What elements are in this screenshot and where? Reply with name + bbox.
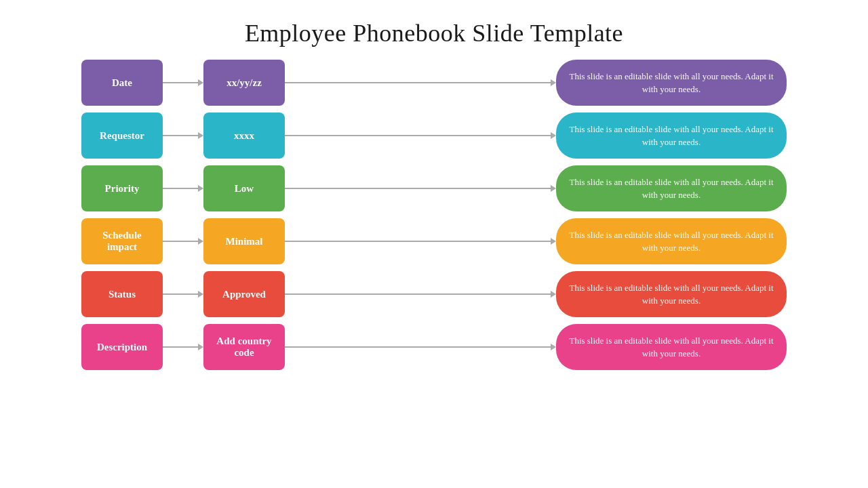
value-priority: Low	[203, 165, 285, 211]
description-requestor: This slide is an editable slide with all…	[556, 113, 787, 159]
value-status: Approved	[203, 271, 285, 317]
connector-line	[163, 135, 198, 136]
long-connector-line	[285, 293, 551, 295]
row-status: StatusApprovedThis slide is an editable …	[81, 271, 787, 317]
connector2-status	[285, 291, 556, 298]
row-schedule-impact: Schedule impactMinimalThis slide is an e…	[81, 218, 787, 264]
connector-line	[163, 188, 198, 189]
connector2-description	[285, 344, 556, 350]
connector-arrow	[198, 238, 203, 245]
row-date: Datexx/yy/zzThis slide is an editable sl…	[81, 60, 787, 106]
connector1-date	[163, 79, 203, 86]
connector-line	[163, 293, 198, 295]
row-description: DescriptionAdd country codeThis slide is…	[81, 324, 787, 370]
connector-arrow	[198, 185, 203, 192]
long-connector-line	[285, 346, 551, 348]
connector-arrow	[198, 79, 203, 86]
connector-line	[163, 82, 198, 83]
label-schedule-impact: Schedule impact	[81, 218, 163, 264]
value-description: Add country code	[203, 324, 285, 370]
label-status: Status	[81, 271, 163, 317]
description-date: This slide is an editable slide with all…	[556, 60, 787, 106]
connector1-requestor	[163, 132, 203, 139]
long-connector-arrow	[551, 291, 556, 298]
page-title: Employee Phonebook Slide Template	[245, 19, 623, 47]
connector1-priority	[163, 185, 203, 192]
connector-arrow	[198, 291, 203, 298]
connector1-schedule-impact	[163, 238, 203, 245]
row-requestor: RequestorxxxxThis slide is an editable s…	[81, 113, 787, 159]
description-description: This slide is an editable slide with all…	[556, 324, 787, 370]
long-connector-line	[285, 82, 551, 83]
connector-arrow	[198, 132, 203, 139]
long-connector-arrow	[551, 344, 556, 350]
long-connector-arrow	[551, 185, 556, 192]
label-priority: Priority	[81, 165, 163, 211]
label-date: Date	[81, 60, 163, 106]
long-connector-arrow	[551, 238, 556, 245]
long-connector-arrow	[551, 79, 556, 86]
long-connector-arrow	[551, 132, 556, 139]
long-connector-line	[285, 241, 551, 242]
connector-line	[163, 241, 198, 242]
connector-line	[163, 346, 198, 348]
value-schedule-impact: Minimal	[203, 218, 285, 264]
value-requestor: xxxx	[203, 113, 285, 159]
connector2-priority	[285, 185, 556, 192]
long-connector-line	[285, 135, 551, 136]
connector1-description	[163, 344, 203, 350]
label-requestor: Requestor	[81, 113, 163, 159]
connector2-requestor	[285, 132, 556, 139]
label-description: Description	[81, 324, 163, 370]
diagram: Datexx/yy/zzThis slide is an editable sl…	[61, 60, 807, 370]
description-status: This slide is an editable slide with all…	[556, 271, 787, 317]
long-connector-line	[285, 188, 551, 189]
row-priority: PriorityLowThis slide is an editable sli…	[81, 165, 787, 211]
description-schedule-impact: This slide is an editable slide with all…	[556, 218, 787, 264]
connector2-date	[285, 79, 556, 86]
value-date: xx/yy/zz	[203, 60, 285, 106]
description-priority: This slide is an editable slide with all…	[556, 165, 787, 211]
connector2-schedule-impact	[285, 238, 556, 245]
connector1-status	[163, 291, 203, 298]
connector-arrow	[198, 344, 203, 350]
